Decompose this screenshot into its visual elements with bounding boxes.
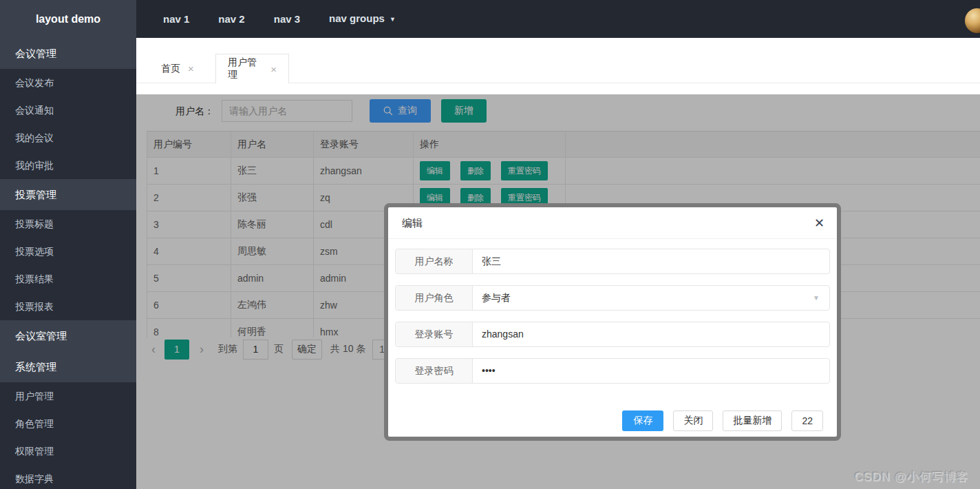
user-avatar[interactable]: [965, 8, 980, 33]
nav-groups-label: nav groups: [329, 12, 385, 24]
sidebar-item-data-dict[interactable]: 数据字典: [0, 465, 136, 489]
save-button[interactable]: 保存: [622, 410, 663, 431]
sidebar-item-meeting-notice[interactable]: 会议通知: [0, 96, 136, 124]
close-icon[interactable]: ×: [270, 63, 277, 75]
field-login-account: 登录账号 zhangsan: [395, 322, 830, 347]
sidebar-group-meeting-room-mgmt[interactable]: 会议室管理: [0, 320, 136, 351]
sidebar-item-vote-reports[interactable]: 投票报表: [0, 293, 136, 320]
user-name-input[interactable]: 张三: [473, 249, 829, 273]
batch-add-button[interactable]: 批量新增: [723, 410, 782, 431]
sidebar-group-meeting-mgmt[interactable]: 会议管理: [0, 38, 136, 69]
tab-home[interactable]: 首页 ×: [153, 54, 202, 83]
field-user-name: 用户名称 张三: [395, 249, 830, 274]
dialog-header: 编辑 ✕: [388, 207, 837, 239]
tab-user-mgmt[interactable]: 用户管理 ×: [215, 54, 289, 83]
nav-item-2[interactable]: nav 2: [204, 0, 259, 38]
watermark: CSDN @小何写博客: [855, 469, 969, 485]
close-button[interactable]: 关闭: [673, 410, 713, 431]
sidebar-item-permission-mgmt[interactable]: 权限管理: [0, 437, 136, 465]
sidebar-item-vote-title[interactable]: 投票标题: [0, 210, 136, 238]
nav-item-1[interactable]: nav 1: [149, 0, 204, 38]
sidebar-item-vote-options[interactable]: 投票选项: [0, 238, 136, 265]
misc-22-button[interactable]: 22: [791, 410, 823, 431]
sidebar-group-vote-mgmt[interactable]: 投票管理: [0, 179, 136, 210]
field-user-role: 用户角色 参与者 ▼: [395, 285, 830, 311]
sidebar: layout demo 会议管理 会议发布 会议通知 我的会议 我的审批 投票管…: [0, 0, 136, 489]
nav-item-3[interactable]: nav 3: [259, 0, 315, 38]
app-logo-title: layout demo: [0, 0, 136, 38]
dialog-body: 用户名称 张三 用户角色 参与者 ▼ 登录账号 zhangsan 登录密码 ••…: [388, 239, 837, 384]
field-label: 用户角色: [396, 286, 473, 310]
user-role-select[interactable]: 参与者 ▼: [473, 286, 829, 310]
login-account-input[interactable]: zhangsan: [473, 322, 829, 346]
sidebar-item-user-mgmt[interactable]: 用户管理: [0, 382, 136, 410]
field-label: 用户名称: [396, 249, 473, 273]
field-label: 登录账号: [396, 322, 473, 346]
user-role-value: 参与者: [482, 292, 511, 303]
dialog-title: 编辑: [402, 207, 423, 239]
dialog-footer: 保存 关闭 批量新增 22: [622, 410, 823, 431]
tab-user-mgmt-label: 用户管理: [228, 56, 263, 81]
tab-home-label: 首页: [161, 63, 180, 75]
close-icon[interactable]: ✕: [814, 207, 824, 239]
sidebar-item-my-approvals[interactable]: 我的审批: [0, 152, 136, 179]
sidebar-item-meeting-publish[interactable]: 会议发布: [0, 69, 136, 96]
sidebar-item-vote-results[interactable]: 投票结果: [0, 265, 136, 293]
field-label: 登录密码: [396, 359, 473, 383]
sidebar-menu: 会议管理 会议发布 会议通知 我的会议 我的审批 投票管理 投票标题 投票选项 …: [0, 38, 136, 489]
close-icon[interactable]: ×: [188, 63, 194, 74]
nav-item-groups[interactable]: nav groups▼: [315, 0, 410, 39]
field-login-password: 登录密码 ••••: [395, 358, 830, 384]
sidebar-item-role-mgmt[interactable]: 角色管理: [0, 410, 136, 437]
chevron-down-icon[interactable]: ▼: [813, 286, 820, 310]
login-password-input[interactable]: ••••: [473, 359, 829, 383]
edit-user-dialog: 编辑 ✕ 用户名称 张三 用户角色 参与者 ▼ 登录账号 zhangsan 登录…: [384, 203, 841, 441]
tab-bar: 首页 × 用户管理 ×: [136, 38, 980, 83]
chevron-down-icon: ▼: [390, 1, 396, 39]
sidebar-group-system-mgmt[interactable]: 系统管理: [0, 351, 136, 382]
sidebar-item-my-meetings[interactable]: 我的会议: [0, 124, 136, 152]
top-navbar: nav 1 nav 2 nav 3 nav groups▼: [136, 0, 980, 38]
